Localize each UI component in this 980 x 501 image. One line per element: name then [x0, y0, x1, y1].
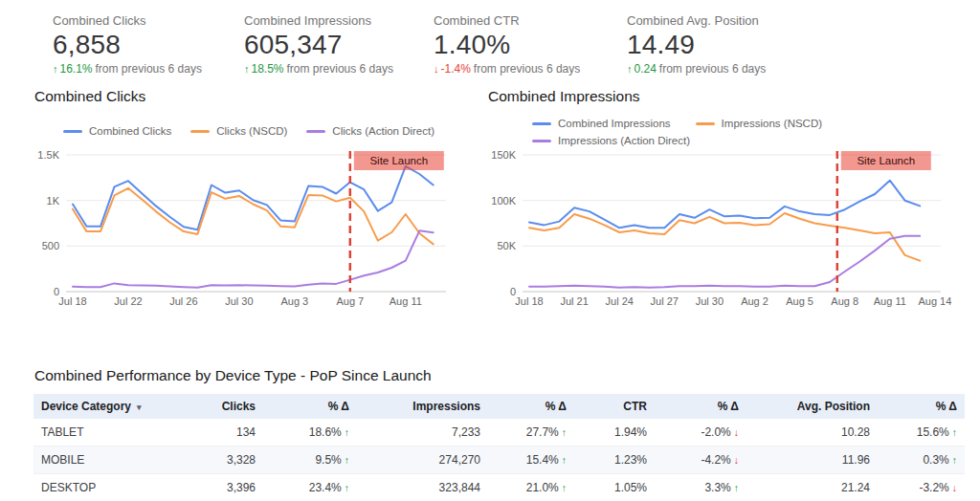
- scorecard-label: Combined Avg. Position: [627, 13, 813, 28]
- legend-swatch-icon: [532, 140, 551, 142]
- clicks-line-chart[interactable]: 05001K1.5KJul 18Jul 22Jul 26Jul 30Aug 3A…: [33, 143, 464, 316]
- table-cell: 3,328: [167, 447, 263, 474]
- cell-value: 10.28: [841, 425, 870, 439]
- column-header: Impressions: [357, 394, 488, 419]
- scorecard-delta: ↑18.5%from previous 6 days: [244, 62, 431, 76]
- cell-value: DESKTOP: [41, 481, 96, 494]
- legend-item[interactable]: Clicks (NSCD): [190, 125, 287, 137]
- legend-swatch-icon: [63, 130, 82, 133]
- x-axis-tick-label: Aug 5: [786, 295, 813, 307]
- table-cell: MOBILE: [33, 447, 167, 474]
- column-header[interactable]: Device Category▾: [33, 394, 167, 419]
- column-header-label: Avg. Position: [797, 400, 870, 413]
- cell-value: TABLET: [41, 425, 83, 439]
- table-cell: 15.6%↑: [878, 419, 965, 447]
- device-performance-table-block: Combined Performance by Device Type - Po…: [33, 367, 965, 501]
- table-cell: 9.5%↑: [263, 447, 357, 474]
- cell-value: 27.7%: [526, 425, 559, 439]
- table-cell: 11.96: [746, 447, 878, 474]
- table-cell: -3.2%↓: [878, 474, 965, 501]
- site-launch-badge-label: Site Launch: [857, 155, 915, 166]
- x-axis-tick-label: Aug 2: [741, 295, 768, 307]
- cell-value: 3,328: [227, 453, 256, 467]
- legend-item[interactable]: Impressions (NSCD): [696, 118, 822, 129]
- down-arrow-icon: ↓: [734, 454, 739, 466]
- delta-value: -1.4%: [441, 62, 471, 76]
- x-axis-tick-label: Jul 18: [58, 295, 86, 307]
- legend-swatch-icon: [532, 122, 551, 125]
- up-arrow-icon: ↑: [345, 426, 349, 438]
- column-header-label: CTR: [623, 400, 647, 413]
- column-header-label: % Δ: [936, 400, 957, 413]
- table-cell: 7,233: [357, 419, 488, 447]
- y-axis-tick-label: 500: [42, 240, 59, 251]
- y-axis-tick-label: 150K: [491, 149, 516, 161]
- legend-item[interactable]: Combined Clicks: [63, 125, 171, 137]
- cell-value: 23.4%: [309, 481, 342, 494]
- column-header: Clicks: [167, 394, 263, 419]
- legend-label: Impressions (NSCD): [722, 118, 822, 129]
- impressions-line-chart[interactable]: 050K100K150KJul 18Jul 21Jul 24Jul 27Jul …: [488, 143, 969, 316]
- table-row[interactable]: DESKTOP3,39623.4%↑323,84421.0%↑1.05%3.3%…: [33, 474, 965, 501]
- up-arrow-icon: ↑: [734, 482, 739, 493]
- table-cell: 21.0%↑: [488, 474, 574, 501]
- table-cell: -4.2%↓: [655, 447, 746, 474]
- table-cell: TABLET: [33, 419, 167, 447]
- column-header-label: Device Category: [41, 400, 131, 413]
- x-axis-tick-label: Aug 8: [831, 295, 858, 307]
- table-cell: 27.7%↑: [488, 419, 574, 447]
- cell-value: 21.24: [841, 481, 870, 494]
- legend-swatch-icon: [696, 122, 715, 125]
- column-header: CTR: [574, 394, 655, 419]
- delta-value: 16.1%: [60, 62, 93, 76]
- cell-value: 1.94%: [614, 425, 647, 439]
- legend-label: Combined Impressions: [558, 118, 671, 129]
- scorecard-value: 14.49: [627, 31, 813, 58]
- table-cell: 1.05%: [574, 474, 655, 501]
- trend-arrow-icon: ↑: [53, 63, 58, 75]
- delta-suffix: from previous 6 days: [659, 62, 766, 76]
- table-cell: 274,270: [357, 447, 488, 474]
- cell-value: 1.05%: [614, 481, 647, 494]
- cell-value: 11.96: [842, 453, 870, 467]
- scorecard-label: Combined CTR: [434, 13, 620, 28]
- legend-label: Clicks (Action Direct): [332, 125, 434, 137]
- x-axis-tick-label: Jul 22: [114, 295, 142, 307]
- legend-item[interactable]: Clicks (Action Direct): [306, 125, 434, 137]
- y-axis-tick-label: 1.5K: [37, 149, 59, 161]
- scorecard-delta: ↑16.1%from previous 6 days: [53, 62, 239, 76]
- y-axis-tick-label: 100K: [491, 195, 516, 207]
- column-header: % Δ: [878, 394, 965, 419]
- table-cell: 323,844: [357, 474, 488, 501]
- series-line[interactable]: [529, 236, 920, 288]
- series-line[interactable]: [73, 188, 434, 245]
- scorecard-combined-avg-position: Combined Avg. Position 14.49 ↑0.24from p…: [627, 13, 813, 76]
- table-row[interactable]: TABLET13418.6%↑7,23327.7%↑1.94%-2.0%↓10.…: [33, 419, 965, 447]
- y-axis-tick-label: 50K: [497, 240, 516, 251]
- up-arrow-icon: ↑: [345, 454, 349, 466]
- scorecard-label: Combined Clicks: [53, 13, 239, 28]
- cell-value: -4.2%: [701, 453, 730, 467]
- trend-arrow-icon: ↓: [434, 63, 439, 75]
- table-cell: 15.4%↑: [488, 447, 574, 474]
- series-line[interactable]: [529, 181, 920, 229]
- table-cell: -2.0%↓: [655, 419, 746, 447]
- x-axis-tick-label: Aug 14: [918, 295, 951, 307]
- scorecard-delta: ↓-1.4%from previous 6 days: [434, 62, 620, 76]
- cell-value: 3.3%: [704, 481, 730, 494]
- table-cell: 21.24: [746, 474, 878, 501]
- table-cell: DESKTOP: [33, 474, 167, 501]
- scorecard-combined-impressions: Combined Impressions 605,347 ↑18.5%from …: [244, 13, 431, 76]
- scorecard-combined-clicks: Combined Clicks 6,858 ↑16.1%from previou…: [53, 13, 239, 76]
- scorecard-combined-ctr: Combined CTR 1.40% ↓-1.4%from previous 6…: [434, 13, 620, 76]
- table-row[interactable]: MOBILE3,3289.5%↑274,27015.4%↑1.23%-4.2%↓…: [33, 447, 965, 474]
- up-arrow-icon: ↑: [562, 426, 567, 438]
- legend-item[interactable]: Combined Impressions: [532, 118, 671, 129]
- delta-suffix: from previous 6 days: [96, 62, 202, 76]
- series-line[interactable]: [73, 166, 434, 229]
- cell-value: MOBILE: [41, 453, 84, 467]
- cell-value: 0.3%: [923, 453, 948, 467]
- series-line[interactable]: [529, 213, 920, 261]
- column-header: % Δ: [263, 394, 357, 419]
- down-arrow-icon: ↓: [734, 426, 739, 438]
